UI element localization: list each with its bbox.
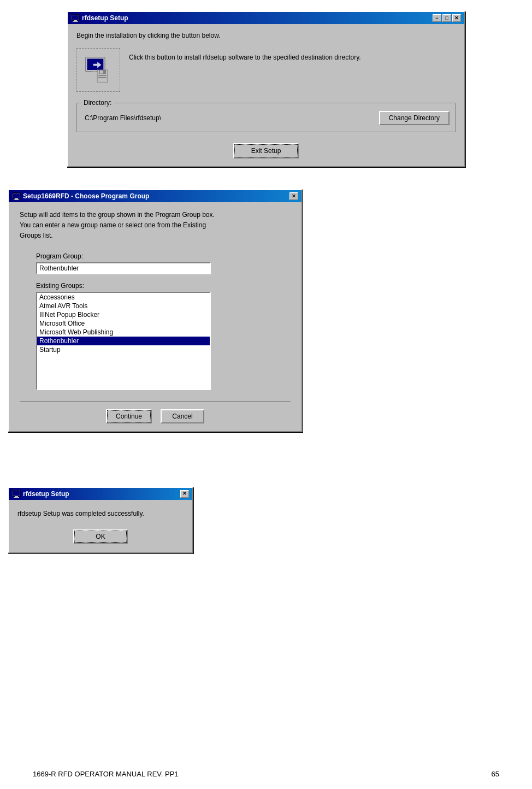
svg-rect-1 (72, 15, 79, 20)
svg-rect-11 (98, 75, 107, 76)
svg-rect-17 (14, 199, 19, 200)
dialog-rfdsetup-setup: rfdsetup Setup − □ ✕ Begin the installat… (67, 11, 465, 167)
rfdsetup-title-icon (71, 14, 80, 22)
exit-setup-button[interactable]: Exit Setup (233, 143, 299, 158)
computer-install-icon (83, 55, 114, 85)
continue-button[interactable]: Continue (106, 409, 152, 423)
title-bar-left-3: rfdsetup Setup (12, 490, 69, 498)
svg-rect-15 (13, 193, 20, 198)
program-group-field: Program Group: (20, 252, 291, 274)
dialog1-install-row: Click this button to install rfdsetup so… (76, 48, 456, 92)
cancel-button[interactable]: Cancel (161, 409, 204, 423)
setup-title-icon (12, 192, 21, 201)
list-item[interactable]: Microsoft Web Publishing (37, 328, 210, 337)
program-group-input[interactable] (36, 262, 211, 274)
dialog1-exit-area: Exit Setup (76, 143, 456, 158)
svg-rect-3 (73, 21, 78, 22)
ok-button[interactable]: OK (73, 529, 128, 544)
install-icon-box[interactable] (76, 48, 120, 92)
rfdsetup-complete-title-icon (12, 490, 21, 498)
footer-right-text: 65 (492, 770, 499, 778)
title-text-3: rfdsetup Setup (23, 490, 69, 498)
close-button-3[interactable]: ✕ (180, 490, 189, 498)
list-item[interactable]: Atmel AVR Tools (37, 302, 210, 310)
svg-rect-12 (98, 77, 107, 78)
dialog2-body: Setup will add items to the group shown … (9, 202, 302, 431)
dialog3-buttons: OK (17, 529, 184, 544)
maximize-button-1[interactable]: □ (442, 14, 451, 22)
title-bar-2: Setup1669RFD - Choose Program Group ✕ (9, 190, 302, 202)
list-item[interactable]: IIINet Popup Blocker (37, 310, 210, 319)
program-group-label: Program Group: (36, 252, 274, 260)
list-item[interactable]: Rothenbuhler (37, 337, 210, 345)
title-bar-buttons-1: − □ ✕ (433, 14, 461, 22)
footer-left-text: 1669-R RFD OPERATOR MANUAL REV. PP1 (33, 770, 179, 778)
svg-rect-10 (100, 70, 103, 74)
list-item[interactable]: Accessories (37, 293, 210, 302)
title-text-2: Setup1669RFD - Choose Program Group (23, 192, 149, 200)
dialog2-buttons: Continue Cancel (20, 401, 291, 423)
title-bar-left-2: Setup1669RFD - Choose Program Group (12, 192, 149, 201)
directory-group: Directory: C:\Program Files\rfdsetup\ Ch… (76, 103, 456, 132)
existing-groups-field: Existing Groups: AccessoriesAtmel AVR To… (20, 282, 291, 390)
existing-groups-label: Existing Groups: (36, 282, 274, 290)
svg-rect-2 (74, 20, 77, 21)
existing-groups-listbox[interactable]: AccessoriesAtmel AVR ToolsIIINet Popup B… (36, 292, 211, 390)
directory-path-text: C:\Program Files\rfdsetup\ (82, 113, 374, 123)
dialog2-intro-text: Setup will add items to the group shown … (20, 210, 291, 242)
directory-group-label: Directory: (81, 99, 114, 107)
svg-rect-16 (15, 198, 18, 199)
directory-row: C:\Program Files\rfdsetup\ Change Direct… (82, 111, 450, 125)
title-bar-1: rfdsetup Setup − □ ✕ (68, 12, 464, 24)
minimize-button-1[interactable]: − (433, 14, 441, 22)
close-button-2[interactable]: ✕ (289, 192, 298, 200)
close-button-1[interactable]: ✕ (452, 14, 461, 22)
svg-rect-20 (15, 496, 18, 497)
list-item[interactable]: Startup (37, 345, 210, 354)
title-bar-buttons-2: ✕ (289, 192, 298, 200)
change-directory-button[interactable]: Change Directory (379, 111, 450, 125)
title-bar-buttons-3: ✕ (180, 490, 189, 498)
dialog1-install-desc: Click this button to install rfdsetup so… (129, 48, 361, 62)
dialog-choose-program-group: Setup1669RFD - Choose Program Group ✕ Se… (8, 189, 303, 432)
dialog1-intro-text: Begin the installation by clicking the b… (76, 32, 456, 39)
page-footer: 1669-R RFD OPERATOR MANUAL REV. PP1 65 (0, 753, 532, 778)
list-item[interactable]: Microsoft Office (37, 319, 210, 328)
svg-rect-21 (14, 497, 19, 498)
dialog-rfdsetup-complete: rfdsetup Setup ✕ rfdsetup Setup was comp… (8, 487, 193, 554)
title-text-1: rfdsetup Setup (82, 14, 128, 22)
svg-rect-19 (13, 491, 20, 496)
dialog3-message-text: rfdsetup Setup was completed successfull… (17, 509, 184, 519)
title-bar-left-1: rfdsetup Setup (71, 14, 128, 22)
svg-rect-6 (92, 72, 96, 75)
dialog3-body: rfdsetup Setup was completed successfull… (9, 500, 192, 552)
title-bar-3: rfdsetup Setup ✕ (9, 488, 192, 500)
dialog1-body: Begin the installation by clicking the b… (68, 24, 464, 166)
